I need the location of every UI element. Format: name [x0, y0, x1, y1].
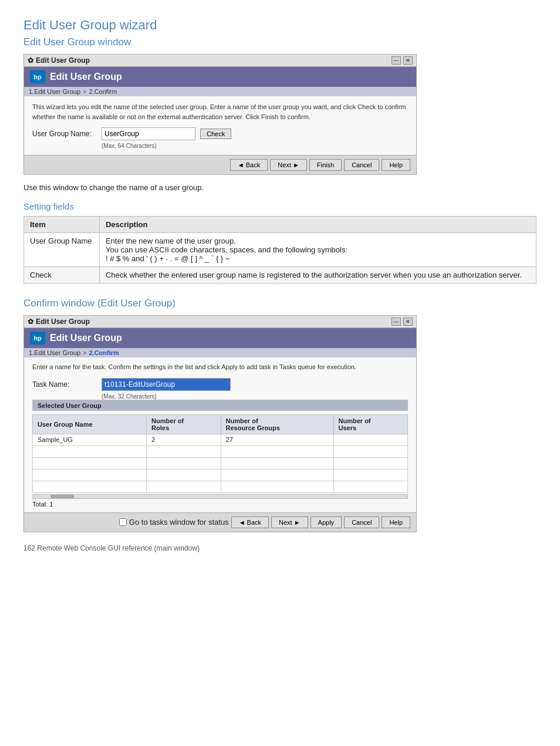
table-row: Sample_UG 2 27 [33, 434, 408, 445]
confirm-close-button[interactable]: ✕ [403, 318, 413, 326]
selected-group-table: User Group Name Number ofRoles Number of… [32, 414, 408, 493]
window-description: This wizard lets you edit the name of th… [32, 102, 408, 121]
confirm-window-body: Enter a name for the task. Confirm the s… [24, 357, 416, 512]
table-row-empty [33, 469, 408, 481]
back-button-2[interactable]: ◄ Back [231, 517, 269, 528]
total-text: Total: 1 [32, 501, 408, 508]
users-cell [333, 434, 407, 445]
col-num-rg: Number ofResource Groups [221, 414, 333, 434]
window-header-title: Edit User Group [50, 72, 122, 82]
hp-logo: hp [30, 70, 45, 83]
window-body: This wizard lets you edit the name of th… [24, 96, 416, 155]
go-to-tasks-label: Go to tasks window for status [129, 518, 229, 526]
apply-button[interactable]: Apply [311, 517, 342, 528]
confirm-breadcrumb-step1: 1.Edit User Group [29, 349, 80, 356]
empty-cell-6 [147, 457, 221, 469]
window-controls: — ✕ [392, 56, 413, 65]
resource-groups-cell: 27 [221, 434, 333, 445]
user-group-name-row: User Group Name: Check [32, 127, 408, 140]
ug-name-cell: Sample_UG [33, 434, 147, 445]
breadcrumb-step1: 1.Edit User Group [29, 88, 80, 95]
finish-button-1[interactable]: Finish [309, 159, 342, 171]
confirm-window-header: hp Edit User Group [24, 328, 416, 348]
confirm-description: Enter a name for the task. Confirm the s… [32, 362, 408, 372]
scrollbar-thumb [50, 495, 74, 498]
empty-cell-16 [333, 481, 407, 492]
window-footer: ◄ Back Next ► Finish Cancel Help [24, 155, 416, 174]
checkbox-row: Go to tasks window for status [119, 517, 229, 528]
check-button[interactable]: Check [200, 129, 231, 139]
col-num-roles: Number ofRoles [147, 414, 221, 434]
cancel-button-2[interactable]: Cancel [344, 517, 379, 528]
col-item: Item [24, 217, 100, 233]
confirm-window-footer: Go to tasks window for status ◄ Back Nex… [24, 512, 416, 532]
confirm-breadcrumb-bar: 1.Edit User Group > 2.Confirm [24, 348, 416, 357]
minimize-button[interactable]: — [392, 56, 401, 65]
empty-cell-13 [33, 481, 147, 492]
task-name-input[interactable] [102, 378, 231, 391]
user-group-name-label: User Group Name: [32, 130, 97, 138]
empty-cell-12 [333, 469, 407, 481]
window-icon: ✿ [28, 56, 33, 65]
empty-cell-11 [221, 469, 333, 481]
user-group-name-hint: (Max. 64 Characters) [102, 143, 408, 149]
user-group-name-input[interactable] [102, 127, 195, 140]
edit-user-group-window: ✿ Edit User Group — ✕ hp Edit User Group… [23, 54, 417, 175]
desc-user-group-name: Enter the new name of the user group. Yo… [99, 233, 536, 267]
confirm-breadcrumb-sep: > [83, 349, 86, 356]
table-row: User Group Name Enter the new name of th… [24, 233, 537, 267]
task-name-hint: (Max. 32 Characters) [102, 393, 408, 400]
go-to-tasks-checkbox[interactable] [119, 518, 127, 526]
empty-cell-5 [33, 457, 147, 469]
empty-cell-14 [147, 481, 221, 492]
settings-table: Item Description User Group Name Enter t… [23, 216, 537, 283]
roles-cell: 2 [147, 434, 221, 445]
confirm-window-titlebar: ✿ Edit User Group — ✕ [24, 316, 416, 328]
table-row: Check Check whether the entered user gro… [24, 267, 537, 283]
confirm-hp-logo: hp [30, 332, 45, 345]
window-titlebar: ✿ Edit User Group — ✕ [24, 55, 416, 67]
empty-cell-10 [147, 469, 221, 481]
task-name-label: Task Name: [32, 380, 97, 389]
cancel-button-1[interactable]: Cancel [344, 159, 379, 171]
help-button-2[interactable]: Help [382, 517, 410, 528]
empty-cell-4 [333, 445, 407, 457]
back-button-1[interactable]: ◄ Back [230, 159, 268, 171]
table-row-empty [33, 481, 408, 492]
confirm-breadcrumb-step2: 2.Confirm [89, 349, 119, 356]
col-num-users: Number ofUsers [333, 414, 407, 434]
empty-cell-7 [221, 457, 333, 469]
help-button-1[interactable]: Help [382, 159, 410, 171]
confirm-window-controls: — ✕ [392, 318, 413, 326]
confirm-window-title: ✿ Edit User Group [28, 318, 90, 326]
confirm-minimize-button[interactable]: — [392, 318, 401, 326]
empty-cell-2 [147, 445, 221, 457]
table-row-empty [33, 457, 408, 469]
desc-line-3: ! # $ % and ' ( ) + · . = @ [ ] ^ _ ` { … [106, 254, 230, 263]
window-header: hp Edit User Group [24, 67, 416, 87]
page-footer: 162 Remote Web Console GUI reference (ma… [23, 544, 537, 552]
desc-line-2: You can use ASCII code characters, space… [106, 245, 348, 254]
col-ug-name: User Group Name [33, 414, 147, 434]
empty-cell-1 [33, 445, 147, 457]
table-row-empty [33, 445, 408, 457]
breadcrumb-sep: > [83, 88, 86, 95]
col-description: Description [99, 217, 536, 233]
horizontal-scrollbar[interactable] [32, 494, 408, 499]
empty-cell-8 [333, 457, 407, 469]
confirm-window-icon: ✿ [28, 318, 33, 326]
section-edit-title: Edit User Group window [23, 36, 537, 48]
confirm-section-title: Confirm window (Edit User Group) [23, 298, 537, 309]
desc-check: Check whether the entered user group nam… [99, 267, 536, 283]
next-button-2[interactable]: Next ► [271, 517, 308, 528]
breadcrumb-step2: 2.Confirm [89, 88, 117, 95]
empty-cell-9 [33, 469, 147, 481]
close-button[interactable]: ✕ [403, 56, 413, 65]
empty-cell-3 [221, 445, 333, 457]
setting-fields-title: Setting fields [23, 201, 537, 211]
page-title: Edit User Group wizard [23, 18, 537, 33]
breadcrumb-bar: 1.Edit User Group > 2.Confirm [24, 87, 416, 96]
item-check: Check [24, 267, 100, 283]
next-button-1[interactable]: Next ► [270, 159, 307, 171]
window-title: ✿ Edit User Group [28, 56, 90, 65]
